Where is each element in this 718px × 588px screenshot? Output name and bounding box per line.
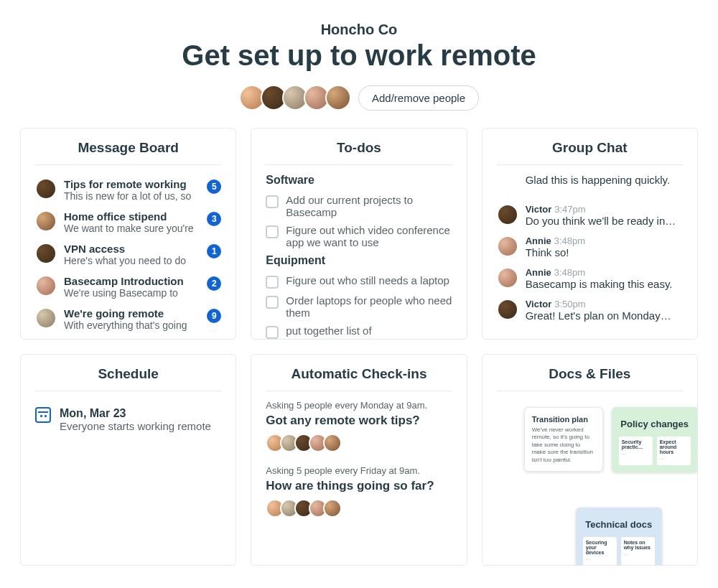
doc-technical-docs[interactable]: Technical docs Securing your devices… No… <box>576 508 662 566</box>
company-name: Honcho Co <box>20 22 698 38</box>
avatar <box>35 178 57 200</box>
message-item[interactable]: Home office stipendWe want to make sure … <box>35 206 221 238</box>
todo-text: Figure out which video conference app we… <box>286 224 452 248</box>
checkbox[interactable] <box>266 326 279 339</box>
checkbox[interactable] <box>266 195 279 208</box>
avatar[interactable] <box>325 85 351 111</box>
checkin-meta: Asking 5 people every Friday at 9am. <box>266 465 452 476</box>
chat-time: 3:47pm <box>554 204 585 215</box>
message-item[interactable]: Basecamp IntroductionWe're using Basecam… <box>35 271 221 303</box>
unread-count-badge: 3 <box>207 212 221 226</box>
checkin-block[interactable]: Asking 5 people every Friday at 9am.How … <box>266 465 452 518</box>
card-message-board[interactable]: Message Board Tips for remote workingThi… <box>20 128 236 340</box>
chat-message[interactable]: Victor3:47pmDo you think we'll be ready … <box>497 200 683 231</box>
doc-chip: Security practic…… <box>619 437 653 465</box>
chat-text: Great! Let's plan on Monday… <box>526 309 683 322</box>
todo-item[interactable]: Figure out who still needs a laptop <box>266 271 452 291</box>
doc-transition-plan[interactable]: Transition plan We've never worked remot… <box>524 407 603 472</box>
message-title: Tips for remote working <box>64 178 200 190</box>
card-title: Automatic Check-ins <box>266 366 452 391</box>
avatar <box>323 499 342 518</box>
message-preview: With everything that's going <box>64 319 200 331</box>
checkbox[interactable] <box>266 225 279 238</box>
todo-item[interactable]: Order laptops for people who need them <box>266 291 452 322</box>
add-remove-people-button[interactable]: Add/remove people <box>358 85 479 111</box>
doc-policy-changes[interactable]: Policy changes Security practic…… Expect… <box>612 407 698 472</box>
chat-time: 3:48pm <box>554 235 585 246</box>
chat-message[interactable]: Annie3:48pmBasecamp is making this easy. <box>497 263 683 294</box>
message-item[interactable]: We're going remoteWith everything that's… <box>35 303 221 335</box>
todo-text: Figure out who still needs a laptop <box>286 274 449 286</box>
unread-count-badge: 1 <box>207 244 221 258</box>
chat-author: Annie <box>526 235 551 246</box>
message-preview: Here's what you need to do <box>64 255 200 266</box>
message-item[interactable]: Tips for remote workingThis is new for a… <box>35 174 221 206</box>
todo-text: Order laptops for people who need them <box>286 294 452 319</box>
docs-area: Transition plan We've never worked remot… <box>497 400 683 558</box>
avatar <box>35 275 57 297</box>
avatar <box>497 235 518 257</box>
page-title: Get set up to work remote <box>20 39 698 72</box>
card-title: Message Board <box>35 140 221 165</box>
avatar <box>35 307 57 329</box>
checkbox[interactable] <box>266 296 279 309</box>
avatar <box>497 204 518 225</box>
doc-title: Policy changes <box>619 419 691 429</box>
chat-author: Victor <box>526 299 552 309</box>
chat-text: Think so! <box>526 246 683 258</box>
card-schedule[interactable]: Schedule Mon, Mar 23 Everyone starts wor… <box>20 354 236 566</box>
doc-chip: Expect around hours… <box>657 437 691 465</box>
card-todos[interactable]: To-dos SoftwareAdd our current projects … <box>251 128 467 340</box>
avatar <box>35 243 57 264</box>
schedule-date: Mon, Mar 23 <box>60 407 211 420</box>
chat-time: 3:50pm <box>554 299 585 309</box>
todo-item[interactable]: Figure out which video conference app we… <box>266 221 452 251</box>
schedule-desc: Everyone starts working remote <box>60 420 211 432</box>
message-preview: We're using Basecamp to <box>64 287 200 299</box>
calendar-icon <box>35 407 51 423</box>
checkin-question: How are things going so far? <box>266 479 452 493</box>
checkin-avatars <box>266 499 452 518</box>
message-preview: This is new for a lot of us, so <box>64 190 200 202</box>
card-title: Docs & Files <box>497 366 683 391</box>
todo-item[interactable]: Add our current projects to Basecamp <box>266 191 452 221</box>
chat-text: Do you think we'll be ready in… <box>526 215 683 227</box>
message-title: We're going remote <box>64 307 200 319</box>
todo-group-title: Equipment <box>266 254 452 267</box>
chat-message[interactable]: Glad this is happening quickly. <box>497 174 683 200</box>
card-docs-files[interactable]: Docs & Files Transition plan We've never… <box>482 354 698 566</box>
todo-text: Add our current projects to Basecamp <box>286 194 452 218</box>
checkin-meta: Asking 5 people every Monday at 9am. <box>266 400 452 411</box>
chat-author: Victor <box>526 204 552 215</box>
unread-count-badge: 9 <box>207 309 221 323</box>
card-checkins[interactable]: Automatic Check-ins Asking 5 people ever… <box>251 354 467 566</box>
card-group-chat[interactable]: Group Chat Glad this is happening quickl… <box>482 128 698 340</box>
message-title: Basecamp Introduction <box>64 275 200 287</box>
message-title: VPN access <box>64 243 200 255</box>
message-title: Home office stipend <box>64 210 200 223</box>
avatar <box>497 267 518 289</box>
doc-title: Transition plan <box>532 415 595 424</box>
chat-text: Glad this is happening quickly. <box>526 174 683 186</box>
chat-message[interactable]: Annie3:48pmThink so! <box>497 231 683 263</box>
message-item[interactable]: VPN accessHere's what you need to do1 <box>35 238 221 271</box>
chat-time: 3:48pm <box>554 267 585 278</box>
avatar <box>497 299 518 320</box>
message-preview: We want to make sure you're <box>64 223 200 234</box>
checkbox[interactable] <box>266 276 279 289</box>
avatar <box>35 210 57 232</box>
todo-item[interactable]: put together list of <box>266 322 452 340</box>
doc-title: Technical docs <box>583 519 655 530</box>
card-title: Group Chat <box>497 140 683 165</box>
chat-message[interactable]: Victor3:50pmGreat! Let's plan on Monday… <box>497 294 683 326</box>
people-row: Add/remove people <box>20 85 698 111</box>
schedule-event[interactable]: Mon, Mar 23 Everyone starts working remo… <box>35 400 221 439</box>
checkin-avatars <box>266 434 452 452</box>
chat-text: Basecamp is making this easy. <box>526 278 683 290</box>
chat-author: Annie <box>526 267 551 278</box>
checkin-block[interactable]: Asking 5 people every Monday at 9am.Got … <box>266 400 452 452</box>
card-title: Schedule <box>35 366 221 391</box>
doc-body: We've never worked remote, so it's going… <box>532 426 595 464</box>
checkin-question: Got any remote work tips? <box>266 414 452 428</box>
todo-text: put together list of <box>286 325 371 337</box>
